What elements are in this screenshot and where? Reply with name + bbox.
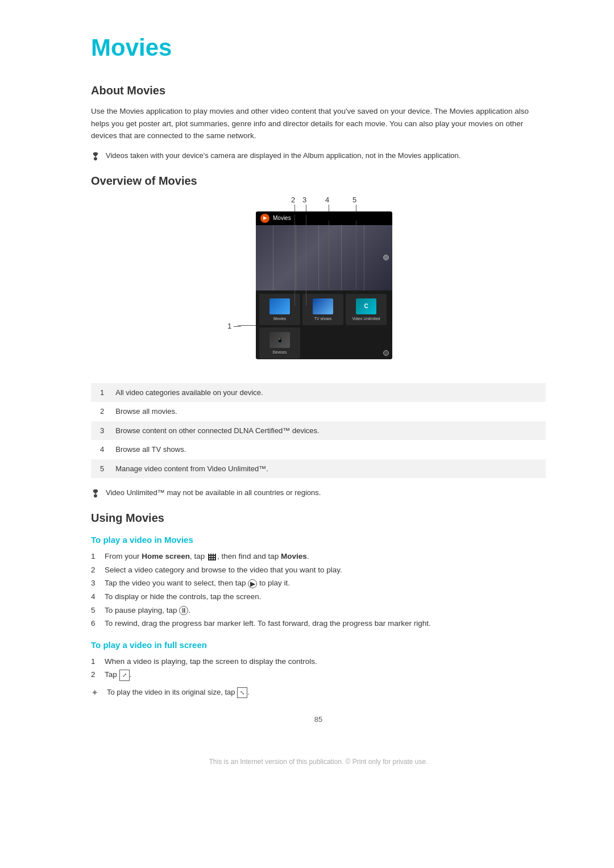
step-text: From your Home screen, tap , then find a… [105,550,546,563]
about-movies-body: Use the Movies application to play movie… [91,105,546,142]
diagram-wrapper: 2 3 4 5 ▶ Mov [210,196,426,372]
callout-line-3 [306,215,306,306]
label-2: 2 [291,196,295,204]
table-cell-num: 1 [91,383,110,402]
page-title: Movies [91,34,546,61]
full-screen-steps: 1 When a video is playing, tap the scree… [91,655,546,681]
step-num: 3 [91,577,99,589]
callout-line-4 [329,221,329,289]
table-cell-num: 3 [91,421,110,441]
tip-block: ✦ To play the video in its original size… [91,687,546,698]
category-grid: Movies TV shows C Video Unlimited [256,290,392,359]
overview-section: Overview of Movies 2 3 4 5 [91,175,546,501]
tip-icon: ✦ [91,687,101,698]
step-num: 4 [91,591,99,603]
callout-line-1 [238,325,256,326]
table-row: 1 All video categories available on your… [91,383,546,402]
cat-videounlimited: C Video Unlimited [346,294,387,325]
list-item: 2 Select a video category and browse to … [91,564,546,576]
phone-top-bar: ▶ Movies [256,211,392,225]
diagram-container: 2 3 4 5 ▶ Mov [91,196,546,372]
list-item: 4 To display or hide the controls, tap t… [91,591,546,603]
cat-movies-label: Movies [273,317,286,321]
table-row: 3 Browse content on other connected DLNA… [91,421,546,441]
table-row: 5 Manage video content from Video Unlimi… [91,459,546,479]
overview-heading: Overview of Movies [91,175,546,188]
list-item: 1 When a video is playing, tap the scree… [91,655,546,668]
overview-table: 1 All video categories available on your… [91,383,546,479]
list-item: 6 To rewind, drag the progress bar marke… [91,617,546,630]
table-cell-num: 2 [91,402,110,421]
table-cell-text: Browse all TV shows. [110,440,546,459]
step-num: 6 [91,617,99,630]
pause-icon: ⏸ [179,606,188,615]
play-icon: ▶ [248,579,257,588]
about-movies-note-text: Videos taken with your device's camera a… [106,150,460,161]
original-size-icon: ⤡ [237,687,247,699]
play-video-steps: 1 From your Home screen, tap , then find… [91,550,546,630]
app-title-label: Movies [273,215,291,221]
about-movies-section: About Movies Use the Movies application … [91,84,546,163]
cat-devices: 📱 Devices [259,327,300,359]
step-num: 1 [91,550,99,563]
list-item: 2 Tap ⤢. [91,668,546,681]
step-text: To display or hide the controls, tap the… [105,591,546,603]
list-item: 5 To pause playing, tap ⏸. [91,604,546,617]
step-text: Tap ⤢. [105,668,546,681]
phone-screen: ▶ Movies [256,211,392,359]
cat-devices-label: Devices [273,350,287,354]
cat-videounlimited-label: Video Unlimited [352,317,380,321]
table-cell-text: All video categories available on your d… [110,383,546,402]
about-movies-heading: About Movies [91,84,546,97]
play-video-subheading: To play a video in Movies [91,535,546,545]
cat-tvshows: TV shows [302,294,343,325]
scroll-circle-top [383,255,389,260]
overview-note-text: Video Unlimited™ may not be available in… [106,487,321,499]
step-num: 1 [91,655,99,668]
table-cell-num: 4 [91,440,110,459]
step-text: When a video is playing, tap the screen … [105,655,546,668]
step-text: To rewind, drag the progress bar marker … [105,617,546,630]
overview-note-icon: ❢ [91,488,100,500]
using-movies-heading: Using Movies [91,512,546,525]
film-strip [256,225,392,290]
list-item: 3 Tap the video you want to select, then… [91,577,546,589]
step-text: Select a video category and browse to th… [105,564,546,576]
step-num: 2 [91,668,99,681]
table-cell-text: Browse all movies. [110,402,546,421]
label-1-text: 1 [227,322,231,330]
callout-line-2 [294,215,295,306]
label-5: 5 [352,196,356,204]
table-row: 2 Browse all movies. [91,402,546,421]
fullscreen-icon: ⤢ [119,670,130,681]
table-cell-text: Browse content on other connected DLNA C… [110,421,546,441]
full-screen-subheading: To play a video in full screen [91,640,546,650]
label-1: 1 — [227,322,241,330]
step-num: 2 [91,564,99,576]
page-footer: This is an Internet version of this publ… [91,758,546,766]
step-num: 5 [91,604,99,617]
overview-note: ❢ Video Unlimited™ may not be available … [91,487,546,500]
number-labels: 2 3 4 5 [279,196,438,213]
label-1-dash: — [234,322,241,330]
page-number: 85 [91,715,546,724]
step-text: Tap the video you want to select, then t… [105,577,546,589]
table-row: 4 Browse all TV shows. [91,440,546,459]
cat-tvshows-label: TV shows [314,317,332,321]
about-movies-note: ❢ Videos taken with your device's camera… [91,150,546,163]
list-item: 1 From your Home screen, tap , then find… [91,550,546,563]
label-4: 4 [325,196,329,204]
note-icon: ❢ [91,151,100,163]
using-movies-section: Using Movies To play a video in Movies 1… [91,512,546,698]
table-cell-num: 5 [91,459,110,479]
step-text: To pause playing, tap ⏸. [105,604,546,617]
tip-text: To play the video in its original size, … [107,687,250,698]
table-cell-text: Manage video content from Video Unlimite… [110,459,546,479]
callout-line-5 [356,221,356,289]
app-icon: ▶ [260,214,269,223]
scroll-circle-bottom [383,350,389,356]
label-3: 3 [302,196,306,204]
